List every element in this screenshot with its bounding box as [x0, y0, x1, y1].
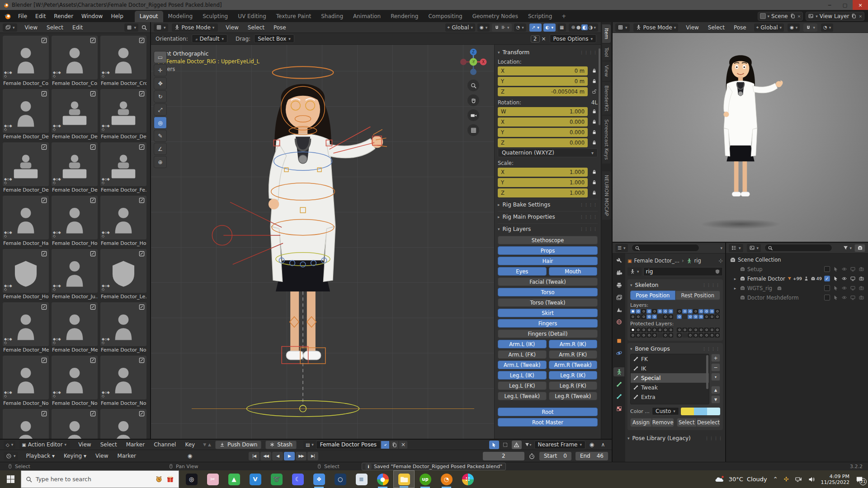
proportional-edit-icon[interactable]: ◉ [587, 441, 597, 449]
sidebar-tab-tool[interactable]: Tool [602, 44, 611, 61]
use-preview-range-icon[interactable] [528, 453, 535, 460]
armature-layer-toggle[interactable] [704, 309, 709, 314]
cursor-tool[interactable]: ✛ [154, 64, 167, 76]
armature-layer-toggle[interactable] [668, 309, 673, 314]
bone-group-fk[interactable]: FK [631, 354, 709, 364]
asset-item[interactable]: ◆▫◆◇Female Doctor_Ha... [3, 196, 49, 246]
rig-layer-fingers[interactable]: Fingers [498, 319, 598, 328]
asset-thumbnail[interactable]: ◆▫◆◇ [52, 356, 98, 399]
taskbar-app-notepad[interactable]: ≡ [351, 470, 372, 488]
properties-tab-scene[interactable] [613, 305, 624, 314]
properties-tab-output[interactable] [613, 281, 624, 290]
armature-layer-toggle[interactable] [657, 314, 662, 319]
protected-layer-toggle[interactable] [677, 333, 682, 338]
sidebar-tab-screencast-keys[interactable]: Screencast Keys [602, 116, 611, 164]
blender-icon[interactable] [4, 12, 11, 20]
properties-tab-object-data[interactable] [613, 367, 624, 376]
menu-file[interactable]: File [14, 12, 31, 21]
rig-layer-arm-l-tweak[interactable]: Arm.L (Tweak) [498, 361, 547, 369]
armature-layer-toggle[interactable] [704, 314, 709, 319]
menu-render[interactable]: Render [50, 12, 77, 21]
vp2-mode-selector[interactable]: Pose Mode▾ [633, 23, 679, 32]
armature-layer-toggle[interactable] [641, 309, 646, 314]
rotation-w-field[interactable]: W1.000 [498, 107, 588, 116]
armature-layer-toggle[interactable] [663, 314, 668, 319]
properties-tab-texture[interactable] [613, 404, 624, 413]
prev-keyframe-button[interactable]: ◀◀ [260, 452, 271, 460]
saved-notification[interactable]: i Saved "Female Doctor_Rigged Posed Pack… [362, 463, 506, 470]
taskbar-app-discord[interactable]: ☾ [287, 470, 308, 488]
bone-group-ik[interactable]: IK [631, 364, 709, 373]
skeleton-panel-title[interactable]: Skeleton [635, 282, 659, 288]
gift-icon[interactable] [166, 475, 174, 483]
sidebar-tab-item[interactable]: Item [602, 24, 611, 43]
current-frame-field[interactable]: 2 [483, 452, 524, 460]
notification-center[interactable]: 21 [855, 475, 863, 483]
npanel-scrollbar[interactable] [599, 48, 600, 125]
lock-icon[interactable] [590, 179, 598, 185]
lock-icon[interactable] [590, 68, 598, 74]
armature-layer-toggle[interactable] [668, 314, 673, 319]
protected-layer-toggle[interactable] [646, 328, 651, 332]
rig-layer-arm-l-ik[interactable]: Arm.L (IK) [498, 340, 547, 348]
transform-orientation-selector[interactable]: ⌖Global▾ [445, 23, 475, 32]
bone-groups-list[interactable]: FKIKSpecialTweakExtra [630, 354, 709, 404]
workspace-tab-sculpting[interactable]: Sculpting [198, 11, 233, 22]
armature-layer-toggle[interactable] [693, 309, 698, 314]
armature-layer-toggle[interactable] [709, 314, 714, 319]
show-errors-toggle[interactable] [512, 441, 522, 449]
remove-button[interactable]: Remove [652, 418, 674, 427]
selectable-icon[interactable] [833, 285, 839, 291]
armature-layer-toggle[interactable] [715, 309, 720, 314]
protected-layer-toggle[interactable] [693, 328, 698, 332]
asset-thumbnail[interactable]: ◆▫◆◇ [3, 249, 49, 293]
workspace-tab-rendering[interactable]: Rendering [386, 11, 423, 22]
camera-view-icon[interactable] [467, 109, 479, 121]
protected-layer-toggle[interactable] [682, 333, 687, 338]
lock-icon[interactable] [590, 140, 598, 145]
rig-layer-fingers-detail[interactable]: Fingers (Detail) [498, 329, 598, 338]
minimize-button[interactable]: ─ [822, 0, 837, 10]
zoom-tool-icon[interactable] [467, 80, 479, 91]
asset-item[interactable]: ◆▫◆◇Female Doctor_Co... [3, 36, 49, 86]
workspace-tab-texture-paint[interactable]: Texture Paint [271, 11, 316, 22]
taskbar-app-file-explorer[interactable] [393, 470, 415, 488]
start-button[interactable] [0, 470, 21, 488]
workspace-tab-layout[interactable]: Layout [135, 11, 163, 22]
protected-layer-toggle[interactable] [677, 328, 682, 332]
armature-name-field[interactable]: rig [643, 267, 723, 276]
asset-thumbnail[interactable]: ◆▫◆◇ [100, 302, 146, 346]
transform-tool[interactable]: ◎ [154, 117, 167, 129]
protected-layer-toggle[interactable] [657, 328, 662, 332]
rig-layer-torso[interactable]: Torso [498, 288, 598, 296]
asset-thumbnail[interactable]: ◆▫◆◇ [52, 142, 98, 186]
asset-display-size-button[interactable]: ▾ [124, 23, 138, 32]
asset-thumbnail[interactable]: ◆▫◆◇ [52, 36, 98, 80]
asset-item[interactable]: ◆▫◆◇Female Doctor_De... [100, 89, 146, 140]
move-group-down-button[interactable]: ▼ [711, 395, 720, 404]
asset-thumbnail[interactable]: ◆▫◆◇ [100, 196, 146, 239]
asset-menu-edit[interactable]: Edit [68, 23, 87, 32]
hide-icon[interactable] [841, 276, 847, 282]
jump-to-start-button[interactable]: |◀ [249, 452, 259, 460]
vp2-menu-select[interactable]: Select [704, 23, 729, 32]
timeline-editor-type-button[interactable]: ▾ [4, 452, 18, 460]
tray-expand-icon[interactable]: ⌃ [773, 476, 778, 483]
rig-layer-props[interactable]: Props [498, 246, 598, 255]
protected-layer-toggle[interactable] [704, 328, 709, 332]
gizmo-toggle[interactable]: ↗▾ [529, 23, 542, 32]
asset-thumbnail[interactable]: ◆▫◆◇ [52, 302, 98, 346]
filter-dropdown[interactable]: ▾ [523, 441, 533, 449]
push-down-button[interactable]: Push Down [215, 441, 261, 449]
outliner-search-input[interactable] [764, 244, 832, 252]
rig-layer-arm-r-tweak[interactable]: Arm.R (Tweak) [549, 361, 598, 369]
protected-layer-toggle[interactable] [652, 333, 657, 338]
play-button[interactable]: ▶ [284, 452, 295, 460]
hide-icon[interactable] [841, 266, 847, 272]
bone-group-specials-button[interactable]: ▾ [711, 373, 720, 381]
exclude-checkbox[interactable] [824, 285, 830, 291]
orientation-selector[interactable]: ⟓Default▾ [192, 34, 227, 43]
asset-thumbnail[interactable]: ◆▫◆◇ [52, 196, 98, 239]
jump-to-end-button[interactable]: ▶| [307, 452, 318, 460]
outliner-editor-type-button[interactable]: ▾ [729, 244, 743, 252]
